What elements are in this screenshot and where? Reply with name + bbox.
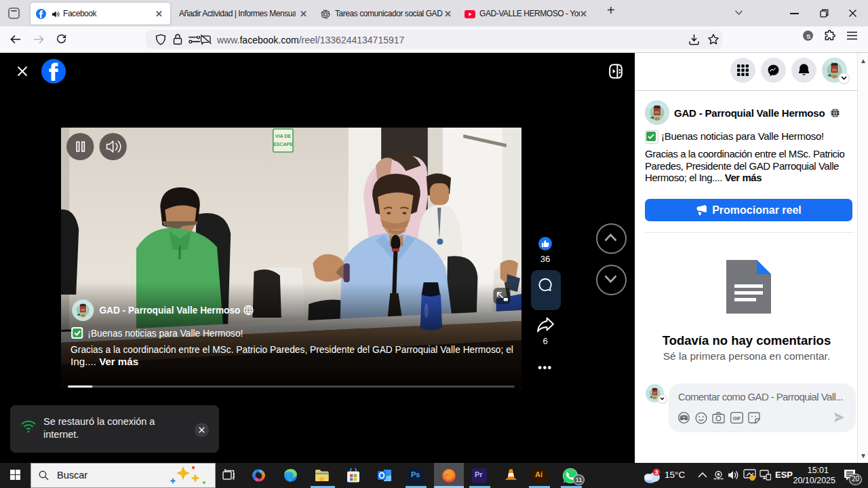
- svg-text:GAD - Parroquial Valle Hermoso: GAD - Parroquial Valle Hermoso: [99, 304, 240, 316]
- svg-text:Gracias a la coordinación entr: Gracias a la coordinación entre el MSc. …: [71, 343, 513, 355]
- svg-text:ESCAPE: ESCAPE: [273, 142, 293, 147]
- svg-text:VIA DE: VIA DE: [275, 134, 292, 138]
- svg-text:Ing.... Ver más: Ing.... Ver más: [71, 356, 138, 367]
- svg-text:¡Buenas noticias para Valle He: ¡Buenas noticias para Valle Hermoso!: [87, 327, 243, 339]
- svg-text:GIF: GIF: [733, 416, 741, 421]
- svg-text:3: 3: [655, 469, 658, 476]
